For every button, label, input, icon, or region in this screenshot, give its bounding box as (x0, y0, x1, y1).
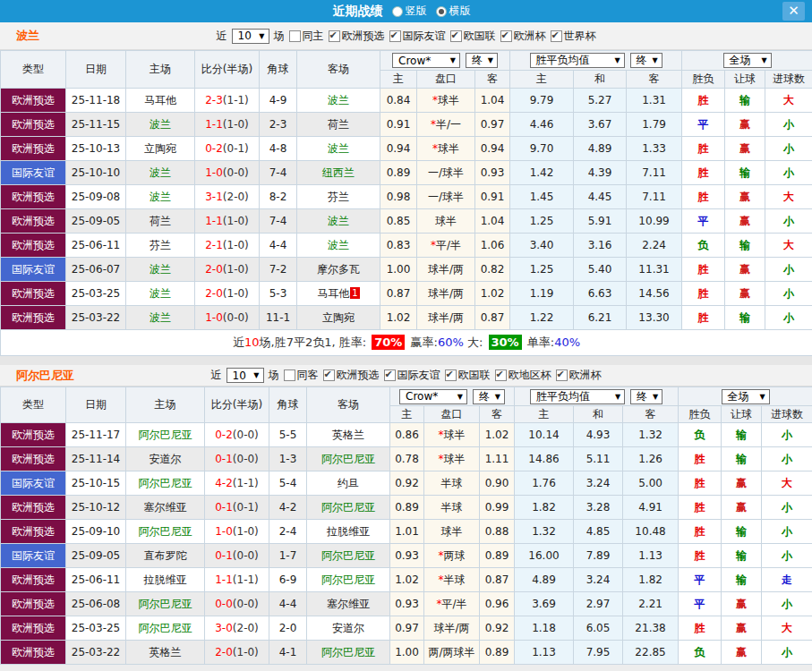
avg-away: 1.31 (627, 89, 682, 113)
avg-away: 14.56 (627, 282, 682, 306)
checkbox-icon[interactable] (556, 369, 568, 381)
away-team: 安道尔 (307, 616, 390, 641)
layout-radio-vertical[interactable]: 竖版 (392, 4, 427, 19)
competition-filter[interactable]: 欧地区杯 (495, 368, 551, 383)
match-score: 1-1(1-0) (195, 209, 260, 234)
odds-away: 1.06 (475, 234, 510, 258)
chevron-down-icon: ▼ (495, 393, 500, 401)
odds-time-select[interactable]: 终▼ (466, 53, 498, 68)
wdl-time-select[interactable]: 终▼ (630, 389, 662, 404)
home-team: 芬兰 (126, 234, 195, 258)
competition-filter[interactable]: 欧洲预选 (329, 29, 385, 44)
home-team: 波兰 (126, 258, 195, 282)
full-match-select[interactable]: 全场▼ (722, 389, 770, 404)
match-score: 3-0(2-0) (205, 616, 269, 641)
odds-provider-header: Crow*▼ 终▼ (390, 387, 515, 406)
result-wdl: 负 (679, 423, 722, 447)
avg-draw: 4.39 (574, 161, 627, 185)
competition-filter[interactable]: 欧洲杯 (500, 29, 546, 44)
away-team: 阿尔巴尼亚 (307, 641, 390, 665)
checkbox-icon[interactable] (329, 30, 340, 42)
radio-unselected-icon[interactable] (392, 6, 403, 17)
checkbox-icon[interactable] (495, 369, 507, 381)
competition-filter[interactable]: 欧洲预选 (323, 368, 380, 383)
checkbox-icon[interactable] (389, 30, 401, 42)
avg-away: 2.21 (623, 592, 679, 616)
handicap: 半球 (424, 471, 480, 496)
full-match-select[interactable]: 全场▼ (723, 53, 772, 68)
odds-provider-select[interactable]: Crow*▼ (399, 389, 467, 404)
away-team: 芬兰 (297, 185, 380, 209)
match-row: 欧洲预选25-06-11芬兰2-1(1-0)4-4波兰0.83*平/半1.063… (1, 234, 812, 258)
result-wdl: 胜 (679, 496, 722, 520)
same-venue-label: 同客 (297, 368, 319, 383)
match-type: 欧洲预选 (1, 520, 66, 544)
match-date: 25-11-17 (66, 423, 126, 447)
match-date: 25-03-25 (66, 282, 126, 306)
same-venue-checkbox[interactable] (284, 369, 295, 381)
result-goals: 小 (765, 282, 812, 306)
competition-filter[interactable]: 欧洲杯 (556, 368, 602, 383)
chevron-down-icon: ▼ (759, 393, 765, 401)
match-score: 2-0(1-0) (205, 641, 269, 665)
result-wdl: 平 (682, 113, 725, 137)
radio-selected-icon[interactable] (436, 6, 447, 17)
recent-count-select[interactable]: 10▼ (227, 368, 264, 383)
match-date: 25-11-18 (66, 89, 126, 113)
checkbox-icon[interactable] (384, 369, 396, 381)
col-header-home: 主场 (126, 51, 195, 89)
checkbox-icon[interactable] (323, 369, 335, 381)
match-date: 25-06-11 (66, 568, 126, 592)
avg-draw: 5.27 (574, 89, 627, 113)
result-goals: 大 (765, 89, 812, 113)
result-handicap: 输 (722, 568, 762, 592)
match-type: 欧洲预选 (1, 89, 66, 113)
checkbox-icon[interactable] (445, 369, 457, 381)
odds-home: 0.87 (380, 282, 417, 306)
avg-draw: 5.40 (574, 258, 627, 282)
same-venue-checkbox[interactable] (289, 30, 301, 42)
competition-filter[interactable]: 欧国联 (450, 29, 496, 44)
competition-filter[interactable]: 欧国联 (445, 368, 491, 383)
checkbox-icon[interactable] (500, 30, 512, 42)
handicap: 球半 (424, 520, 480, 544)
match-row: 欧洲预选25-11-15波兰1-1(1-0)2-3荷兰0.91*半/一0.974… (1, 113, 812, 137)
avg-away: 1.33 (627, 137, 682, 161)
odds-home: 0.83 (380, 234, 417, 258)
competition-filter[interactable]: 国际友谊 (384, 368, 440, 383)
odds-time-select[interactable]: 终▼ (473, 389, 505, 404)
result-handicap: 赢 (725, 258, 765, 282)
wdl-avg-select[interactable]: 胜平负均值▼ (530, 389, 625, 404)
competition-filter[interactable]: 世界杯 (551, 29, 596, 44)
handicap: 球半/两 (424, 616, 480, 641)
match-type: 欧洲预选 (1, 447, 66, 471)
home-team: 阿尔巴尼亚 (126, 520, 205, 544)
odds-away: 1.11 (480, 447, 515, 471)
checkbox-icon[interactable] (551, 30, 562, 42)
avg-home: 1.18 (515, 616, 574, 641)
same-venue-filter[interactable]: 同客 (284, 368, 319, 383)
wdl-time-select[interactable]: 终▼ (630, 53, 662, 68)
recent-matches-table: 类型 日期 主场 比分(半场) 角球 客场 Crow*▼ 终▼ 胜平负均值▼ 终… (0, 386, 812, 665)
away-team: 波兰 (297, 137, 380, 161)
home-team: 波兰 (126, 185, 195, 209)
titlebar: 近期战绩 竖版 横版 ✕ (0, 0, 812, 22)
handicap: 球半/两 (417, 306, 475, 330)
odds-provider-select[interactable]: Crow*▼ (392, 53, 460, 68)
sub-header-result-handicap: 让球 (725, 71, 765, 89)
checkbox-icon[interactable] (450, 30, 462, 42)
avg-home: 4.89 (515, 568, 574, 592)
match-type: 欧洲预选 (1, 137, 66, 161)
result-goals: 小 (762, 496, 812, 520)
close-button[interactable]: ✕ (782, 2, 805, 21)
same-venue-filter[interactable]: 同主 (289, 29, 324, 44)
wdl-avg-select[interactable]: 胜平负均值▼ (530, 53, 625, 68)
layout-radio-horizontal[interactable]: 横版 (436, 4, 471, 19)
match-row: 欧洲预选25-11-17阿尔巴尼亚0-2(0-0)5-5英格兰0.86*球半1.… (1, 423, 812, 447)
recent-count-select[interactable]: 10▼ (232, 29, 269, 44)
away-team: 马耳他1 (297, 282, 380, 306)
competition-label: 欧洲杯 (514, 29, 546, 44)
competition-filter[interactable]: 国际友谊 (389, 29, 446, 44)
chevron-down-icon: ▼ (761, 56, 766, 64)
handicap: 球半/两 (417, 282, 475, 306)
